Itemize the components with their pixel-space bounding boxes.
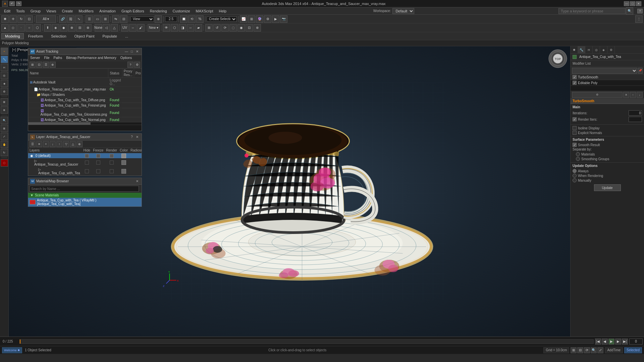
- pan-btn[interactable]: ✋: [1, 141, 8, 148]
- lt-btn-menu[interactable]: ☰: [30, 141, 36, 147]
- menu-modifiers[interactable]: Modifiers: [76, 7, 96, 15]
- make-planar[interactable]: ▰: [195, 24, 202, 32]
- close-btn[interactable]: ✕: [636, 1, 641, 6]
- material-editor[interactable]: 🔮: [256, 15, 263, 23]
- zoom-ext-btn[interactable]: ⤢: [1, 133, 8, 140]
- render-setup[interactable]: ⚙: [264, 15, 271, 23]
- tab-selection[interactable]: Selection: [47, 33, 70, 39]
- isolate-sel[interactable]: ⬡: [171, 24, 178, 32]
- quick-render[interactable]: ▶: [272, 15, 279, 23]
- zoom-all-btn[interactable]: ⊞: [1, 125, 8, 132]
- saucer-freeze-toggle[interactable]: [96, 161, 100, 165]
- paint-deform[interactable]: 🖌: [137, 24, 145, 32]
- lt-btn-6[interactable]: △: [70, 141, 76, 147]
- vp-nav-2[interactable]: ⊟: [577, 347, 583, 353]
- move-tool[interactable]: ✛: [9, 15, 17, 23]
- tab-more[interactable]: ...: [121, 33, 132, 39]
- layer-row-teacup-saucer[interactable]: ▷ Antique_Teacup_and_Saucer: [28, 158, 142, 167]
- nav-cube[interactable]: TOP: [548, 49, 568, 68]
- at-row-vault[interactable]: ⊞ Autodesk Vault Logged O...: [29, 78, 142, 87]
- display-panel[interactable]: ◈: [1, 80, 8, 87]
- timeline-track[interactable]: [19, 339, 594, 344]
- unlink-btn[interactable]: ⛓: [67, 15, 74, 23]
- cup-hide-toggle[interactable]: [85, 169, 89, 173]
- menu-animation[interactable]: Animation: [97, 7, 118, 15]
- search-input[interactable]: [558, 8, 626, 14]
- lp-min-btn[interactable]: ?: [129, 135, 134, 139]
- chamfer[interactable]: ◆: [60, 24, 67, 32]
- lt-btn-add[interactable]: +: [43, 141, 49, 147]
- extra-tools[interactable]: ⋮: [635, 15, 643, 23]
- mirror[interactable]: ⇋: [112, 15, 119, 23]
- at-row-normal[interactable]: 🖼 Antique_Tea_Cup_with_Tea_Normal.png Fo…: [29, 117, 142, 122]
- lt-btn-hier[interactable]: ↑: [56, 141, 62, 147]
- editablepoly-enable-checkbox[interactable]: ✓: [573, 81, 577, 85]
- modifier-move-up-btn[interactable]: ↑: [630, 92, 636, 98]
- x-coord[interactable]: [165, 16, 177, 22]
- element-mode[interactable]: ⬡: [34, 24, 41, 32]
- default-render-toggle[interactable]: [110, 154, 114, 158]
- select-filter[interactable]: All ▾: [36, 15, 56, 23]
- cup-color-swatch[interactable]: [121, 169, 126, 174]
- render-frame[interactable]: 📷: [280, 15, 287, 23]
- at-row-maps-folder[interactable]: 📁 Maps / Shaders: [29, 92, 142, 98]
- materials-radio[interactable]: [576, 152, 580, 156]
- default-freeze-toggle[interactable]: [96, 154, 100, 158]
- menu-maxscript[interactable]: MAXScript: [193, 7, 216, 15]
- bind-space-warp[interactable]: ∿: [75, 15, 83, 23]
- ignore-back[interactable]: ◨: [179, 24, 186, 32]
- workspace-dropdown[interactable]: Default: [392, 8, 414, 14]
- scale-tool[interactable]: ⊡: [25, 15, 33, 23]
- go-start-btn[interactable]: |◀: [595, 339, 601, 345]
- smoothing-groups-radio[interactable]: [576, 157, 580, 161]
- menu-create[interactable]: Create: [59, 7, 75, 15]
- update-button[interactable]: Update: [594, 184, 621, 191]
- menu-edit[interactable]: Edit: [1, 7, 13, 15]
- bridge[interactable]: ⊟: [76, 24, 84, 32]
- vp-nav-3[interactable]: ⟳: [584, 347, 590, 353]
- select-by-name[interactable]: ☰: [86, 15, 93, 23]
- at-help-btn[interactable]: ?: [127, 62, 133, 68]
- tab-hierarchy-icon[interactable]: H: [585, 46, 593, 54]
- swift-loop[interactable]: ↔: [129, 24, 137, 32]
- modify-panel[interactable]: 🔧: [1, 56, 8, 63]
- vertex-mode[interactable]: ·: [17, 24, 25, 32]
- minimize-btn[interactable]: —: [624, 1, 629, 6]
- create-panel[interactable]: +: [1, 48, 8, 55]
- x-form[interactable]: ↺: [213, 24, 221, 32]
- layer-panel-titlebar[interactable]: L Layer: Antique_Teacup_and_Saucer ? ✕: [28, 134, 142, 140]
- default-hide-toggle[interactable]: [85, 154, 89, 158]
- next-frame-btn[interactable]: ▶: [615, 339, 621, 345]
- render-iters-checkbox[interactable]: ✓: [573, 117, 577, 121]
- at-btn3[interactable]: ☰: [43, 62, 49, 68]
- cup-freeze-toggle[interactable]: [96, 169, 100, 173]
- repeat-last[interactable]: ⟳: [221, 24, 229, 32]
- at-menu-options[interactable]: Options: [118, 55, 134, 61]
- at-btn2[interactable]: ⊡: [36, 62, 42, 68]
- material-panel-titlebar[interactable]: M Material/Map Browser ✕: [28, 178, 142, 185]
- at-close-btn[interactable]: ✕: [135, 49, 140, 54]
- welcome-btn[interactable]: Welcome ✸: [2, 347, 22, 353]
- mat-close-btn[interactable]: ✕: [135, 179, 140, 184]
- explicit-normals-checkbox[interactable]: [573, 131, 577, 135]
- at-row-diffuse[interactable]: 🖼 Antique_Tea_Cup_with_Tea_Diffuse.png F…: [29, 98, 142, 103]
- edge-mode[interactable]: ◇: [9, 24, 17, 32]
- default-color-swatch[interactable]: [121, 154, 126, 158]
- go-end-btn[interactable]: ▶|: [622, 339, 628, 345]
- selection-set[interactable]: Create Selection...: [207, 16, 237, 22]
- modifier-turbosmooth[interactable]: ✓ TurboSmooth: [571, 74, 644, 80]
- maximize-btn[interactable]: □: [630, 1, 635, 6]
- constraint-edge[interactable]: ◁: [103, 24, 110, 32]
- prev-frame-btn[interactable]: ◀: [602, 339, 608, 345]
- menu-graph-editors[interactable]: Graph Editors: [119, 7, 147, 15]
- help-btn[interactable]: ?: [637, 9, 643, 13]
- obj-color-swatch[interactable]: [573, 55, 577, 59]
- at-row-glossiness[interactable]: 🖼 Antique_Tea_Cup_with_Tea_Glossiness.pn…: [29, 108, 142, 117]
- cap-holes[interactable]: ⊡: [246, 24, 253, 32]
- menu-views[interactable]: Views: [44, 7, 59, 15]
- modifier-move-down-btn[interactable]: ↓: [637, 92, 643, 98]
- extrude[interactable]: ⬆: [44, 24, 51, 32]
- target-weld[interactable]: ⊛: [84, 24, 92, 32]
- menu-customize[interactable]: Customize: [170, 7, 193, 15]
- at-menu-paths[interactable]: Paths: [52, 55, 64, 61]
